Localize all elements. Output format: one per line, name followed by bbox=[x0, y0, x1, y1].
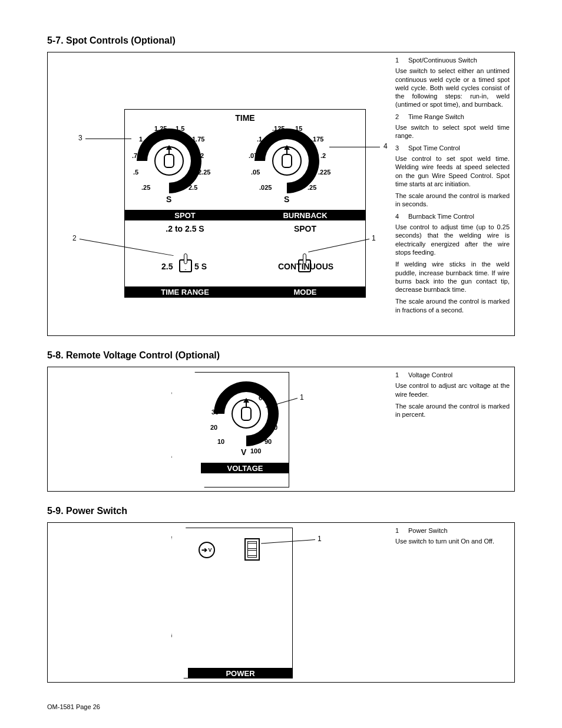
label-4: 4 Burnback Time Control bbox=[395, 212, 510, 220]
section-body-5-9: ➔V POWER 1 1 Power Switch Use switch to … bbox=[47, 522, 515, 683]
control-panel-5-7: TIME .25 .5 .75 1 1.25 1.5 1.75 2 2. bbox=[124, 109, 366, 298]
heading-5-7: 5-7. Spot Controls (Optional) bbox=[47, 35, 515, 46]
spot-unit: S bbox=[166, 195, 171, 204]
bar-power: POWER bbox=[188, 668, 293, 678]
section-body-5-8: 10 20 30 40 50 60 70 80 90 100 V VOLTAGE… bbox=[47, 367, 515, 492]
diagram-5-8: 10 20 30 40 50 60 70 80 90 100 V VOLTAGE… bbox=[48, 367, 391, 491]
diagram-5-9: ➔V POWER 1 bbox=[48, 523, 391, 682]
section-power-switch: 5-9. Power Switch ➔V POWER 1 bbox=[47, 506, 515, 683]
text-col-5-8: 1 Voltage Control Use control to adjust … bbox=[391, 367, 514, 491]
time-label: TIME bbox=[125, 113, 365, 123]
heading-5-8: 5-8. Remote Voltage Control (Optional) bbox=[47, 350, 515, 361]
page-footer: OM-1581 Page 26 bbox=[47, 703, 100, 710]
text-col-5-9: 1 Power Switch Use switch to turn unit O… bbox=[391, 523, 514, 682]
label-3: 3 Spot Time Control bbox=[395, 144, 510, 152]
power-rocker-switch[interactable] bbox=[244, 538, 260, 561]
section-remote-voltage: 5-8. Remote Voltage Control (Optional) 1… bbox=[47, 350, 515, 492]
bar-spot-burnback: SPOT BURNBACK bbox=[125, 210, 365, 220]
label-1: 1 Spot/Continuous Switch bbox=[395, 56, 510, 64]
label-1-58: 1 Voltage Control bbox=[395, 371, 510, 379]
time-range-switch[interactable] bbox=[179, 259, 192, 272]
spot-time-dial[interactable] bbox=[151, 143, 187, 179]
voltage-jack-icon: ➔V bbox=[199, 542, 215, 558]
diagram-5-7: TIME .25 .5 .75 1 1.25 1.5 1.75 2 2. bbox=[48, 52, 391, 335]
voltage-unit: V bbox=[241, 447, 246, 457]
section-spot-controls: 5-7. Spot Controls (Optional) TIME .25 .… bbox=[47, 35, 515, 336]
burnback-time-dial[interactable] bbox=[269, 143, 305, 179]
power-panel: ➔V POWER bbox=[171, 528, 293, 678]
bar-voltage: VOLTAGE bbox=[201, 463, 289, 473]
text-col-5-7: 1 Spot/Continuous Switch Use switch to s… bbox=[391, 52, 514, 335]
bar-timerange-mode: TIME RANGE MODE bbox=[125, 286, 365, 297]
label-1-59: 1 Power Switch bbox=[395, 526, 510, 535]
label-2: 2 Time Range Switch bbox=[395, 113, 510, 121]
section-body-5-7: TIME .25 .5 .75 1 1.25 1.5 1.75 2 2. bbox=[47, 52, 515, 336]
voltage-panel: 10 20 30 40 50 60 70 80 90 100 V VOLTAGE bbox=[171, 372, 289, 487]
heading-5-9: 5-9. Power Switch bbox=[47, 506, 515, 516]
burnback-unit: S bbox=[284, 195, 289, 204]
